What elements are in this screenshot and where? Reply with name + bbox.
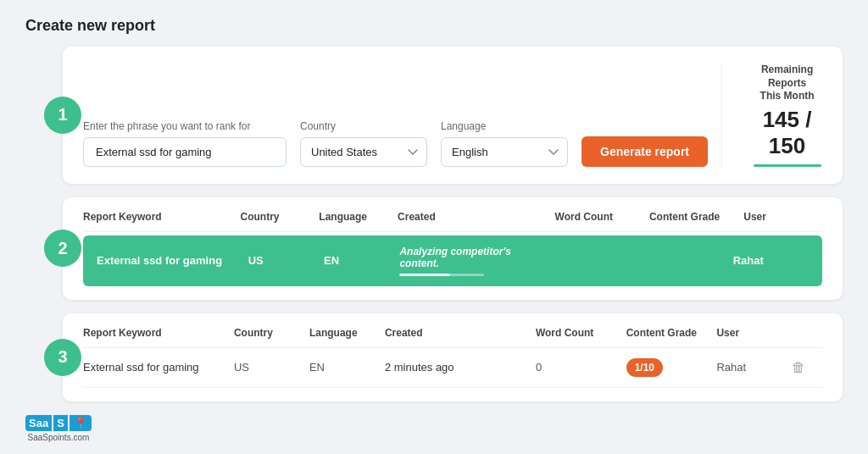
header-user: User — [743, 211, 822, 223]
row3-keyword: External ssd for gaming — [83, 361, 234, 374]
row2-created: Analyzing competitor's content. — [399, 246, 551, 276]
row2-user: Rahat — [733, 254, 809, 267]
logo-pin-icon: 📍 — [70, 415, 92, 431]
s3-header-action — [792, 327, 822, 339]
step3-table: Report Keyword Country Language Created … — [83, 327, 822, 388]
reports-label: Remaining Reports This Month — [743, 64, 832, 103]
phrase-label: Enter the phrase you want to rank for — [83, 120, 287, 132]
step2-card: 2 Report Keyword Country Language Create… — [63, 197, 843, 300]
generate-report-button[interactable]: Generate report — [581, 136, 708, 167]
step2-table-row: External ssd for gaming US EN Analyzing … — [83, 235, 822, 286]
s3-header-user: User — [716, 327, 792, 339]
row3-user: Rahat — [716, 361, 792, 374]
logo-saas-text: Saa — [25, 415, 52, 431]
row2-country: US — [248, 254, 324, 267]
header-keyword: Report Keyword — [83, 211, 241, 223]
step1-circle: 1 — [44, 97, 81, 134]
reports-count: 145 / 150 — [743, 107, 832, 159]
row2-keyword: External ssd for gaming — [97, 254, 248, 267]
row3-grade: 1/10 — [626, 358, 717, 377]
page-title: Create new report — [25, 17, 843, 35]
row2-language: EN — [324, 254, 399, 267]
logo-area: Saa S 📍 SaaSpoints.com — [25, 415, 92, 442]
s3-header-language: Language — [309, 327, 385, 339]
row3-country: US — [234, 361, 309, 374]
country-select[interactable]: United States United Kingdom Canada Aust… — [300, 137, 427, 167]
phrase-input[interactable] — [83, 137, 287, 167]
step1-form-row: Enter the phrase you want to rank for Co… — [83, 64, 822, 167]
language-select[interactable]: English Spanish French German — [441, 137, 568, 167]
step3-circle: 3 — [44, 339, 81, 376]
row3-language: EN — [309, 361, 385, 374]
logo-dollar-text: S — [53, 415, 68, 431]
analyzing-text: Analyzing competitor's content. — [399, 246, 551, 269]
step1-card: 1 Enter the phrase you want to rank for … — [63, 47, 843, 184]
step2-circle: 2 — [44, 230, 81, 267]
step3-card: 3 Report Keyword Country Language Create… — [63, 313, 843, 401]
logo-domain: SaaSpoints.com — [27, 433, 89, 442]
reports-box: Remaining Reports This Month 145 / 150 — [721, 64, 832, 167]
row3-created: 2 minutes ago — [385, 361, 536, 374]
header-wordcount: Word Count — [555, 211, 649, 223]
s3-header-created: Created — [385, 327, 536, 339]
header-country: Country — [241, 211, 320, 223]
header-language: Language — [319, 211, 398, 223]
analyzing-bar-fill — [399, 274, 450, 276]
step2-table: Report Keyword Country Language Created … — [83, 211, 822, 286]
step2-table-header: Report Keyword Country Language Created … — [83, 211, 822, 232]
step3-table-header: Report Keyword Country Language Created … — [83, 327, 822, 348]
language-group: Language English Spanish French German — [441, 120, 568, 167]
delete-icon[interactable]: 🗑 — [792, 360, 805, 374]
logo-badge: Saa S 📍 — [25, 415, 92, 431]
grade-badge: 1/10 — [626, 358, 663, 377]
row3-action: 🗑 — [792, 360, 822, 375]
header-grade: Content Grade — [649, 211, 743, 223]
country-group: Country United States United Kingdom Can… — [300, 120, 427, 167]
header-created: Created — [398, 211, 555, 223]
s3-header-country: Country — [234, 327, 309, 339]
s3-header-grade: Content Grade — [626, 327, 717, 339]
analyzing-bar — [399, 274, 484, 276]
reports-bar — [754, 164, 821, 167]
country-label: Country — [300, 120, 427, 132]
s3-header-wordcount: Word Count — [536, 327, 626, 339]
step3-table-row: External ssd for gaming US EN 2 minutes … — [83, 348, 822, 388]
row3-wordcount: 0 — [536, 361, 626, 374]
s3-header-keyword: Report Keyword — [83, 327, 234, 339]
phrase-group: Enter the phrase you want to rank for — [83, 120, 287, 167]
language-label: Language — [441, 120, 568, 132]
